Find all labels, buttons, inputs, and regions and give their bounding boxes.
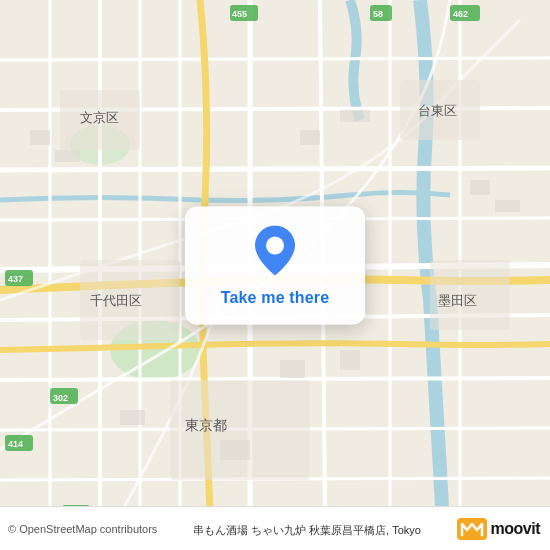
svg-line-5 xyxy=(0,378,550,380)
bottom-bar: © OpenStreetMap contributors 串もん酒場 ちゃい九炉… xyxy=(0,506,550,550)
svg-text:墨田区: 墨田区 xyxy=(438,293,477,308)
map-attribution: © OpenStreetMap contributors xyxy=(8,523,157,535)
svg-text:462: 462 xyxy=(453,9,468,19)
location-label: 串もん酒場 ちゃい九炉 秋葉原昌平橋店, Tokyo xyxy=(193,524,421,536)
svg-text:414: 414 xyxy=(8,439,23,449)
svg-point-54 xyxy=(266,237,284,255)
svg-rect-34 xyxy=(300,130,320,145)
map-container: 文京区 台東区 千代田区 墨田区 東京都 437 302 414 246 455… xyxy=(0,0,550,550)
osm-copyright: © OpenStreetMap contributors xyxy=(8,523,157,535)
svg-text:58: 58 xyxy=(373,9,383,19)
svg-rect-36 xyxy=(280,360,305,378)
svg-text:文京区: 文京区 xyxy=(80,110,119,125)
svg-text:302: 302 xyxy=(53,393,68,403)
svg-rect-38 xyxy=(120,410,145,425)
svg-rect-39 xyxy=(220,440,250,460)
svg-rect-41 xyxy=(495,200,520,212)
svg-text:東京都: 東京都 xyxy=(185,417,227,433)
svg-text:千代田区: 千代田区 xyxy=(90,293,142,308)
location-pin-icon xyxy=(249,225,301,277)
moovit-m-icon xyxy=(457,518,487,540)
svg-line-6 xyxy=(0,168,550,170)
svg-rect-32 xyxy=(30,130,50,145)
svg-text:台東区: 台東区 xyxy=(418,103,457,118)
svg-rect-37 xyxy=(340,350,360,370)
moovit-logo: moovit xyxy=(457,518,540,540)
svg-rect-35 xyxy=(340,110,370,122)
svg-text:455: 455 xyxy=(232,9,247,19)
svg-rect-40 xyxy=(470,180,490,195)
popup-card: Take me there xyxy=(185,207,365,325)
svg-line-10 xyxy=(0,58,550,60)
take-me-there-button[interactable]: Take me there xyxy=(221,287,330,309)
svg-text:437: 437 xyxy=(8,274,23,284)
moovit-brand-text: moovit xyxy=(491,520,540,538)
svg-rect-33 xyxy=(55,150,80,162)
